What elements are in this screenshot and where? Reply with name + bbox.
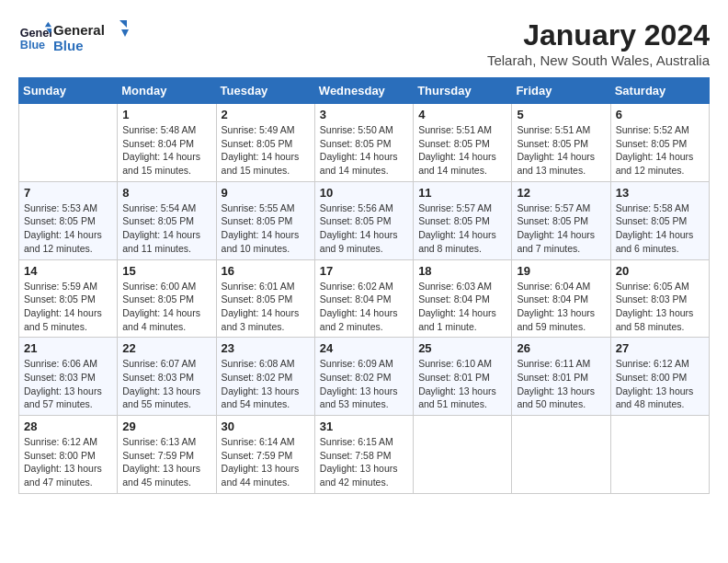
cell-date: 31 bbox=[320, 419, 408, 433]
calendar-cell: 28Sunrise: 6:12 AMSunset: 8:00 PMDayligh… bbox=[19, 416, 118, 494]
cell-date: 14 bbox=[24, 264, 112, 278]
svg-marker-2 bbox=[45, 22, 51, 27]
cell-info: Sunrise: 5:56 AMSunset: 8:05 PMDaylight:… bbox=[320, 201, 408, 256]
cell-date: 6 bbox=[616, 108, 704, 121]
calendar-cell: 22Sunrise: 6:07 AMSunset: 8:03 PMDayligh… bbox=[118, 338, 216, 416]
calendar-cell: 16Sunrise: 6:01 AMSunset: 8:05 PMDayligh… bbox=[216, 259, 314, 338]
calendar-cell: 2Sunrise: 5:49 AMSunset: 8:05 PMDaylight… bbox=[216, 104, 314, 182]
cell-info: Sunrise: 5:49 AMSunset: 8:05 PMDaylight:… bbox=[222, 123, 310, 178]
cell-info: Sunrise: 6:11 AMSunset: 8:01 PMDaylight:… bbox=[517, 357, 605, 411]
calendar-cell: 21Sunrise: 6:06 AMSunset: 8:03 PMDayligh… bbox=[19, 338, 118, 416]
calendar-cell: 15Sunrise: 6:00 AMSunset: 8:05 PMDayligh… bbox=[118, 259, 216, 338]
cell-info: Sunrise: 6:09 AMSunset: 8:02 PMDaylight:… bbox=[320, 357, 408, 411]
calendar-week-row: 14Sunrise: 5:59 AMSunset: 8:05 PMDayligh… bbox=[19, 259, 710, 338]
cell-info: Sunrise: 5:48 AMSunset: 8:04 PMDaylight:… bbox=[122, 123, 210, 178]
cell-date: 20 bbox=[616, 264, 704, 278]
cell-date: 1 bbox=[122, 108, 210, 121]
cell-date: 3 bbox=[320, 108, 408, 121]
day-header-friday: Friday bbox=[512, 78, 610, 104]
calendar-cell: 13Sunrise: 5:58 AMSunset: 8:05 PMDayligh… bbox=[610, 181, 709, 259]
cell-info: Sunrise: 5:51 AMSunset: 8:05 PMDaylight:… bbox=[418, 123, 506, 178]
day-header-monday: Monday bbox=[118, 78, 216, 104]
cell-date: 8 bbox=[122, 186, 210, 200]
cell-date: 9 bbox=[222, 186, 310, 200]
calendar-cell bbox=[414, 416, 512, 494]
day-header-tuesday: Tuesday bbox=[216, 78, 314, 104]
calendar-cell: 10Sunrise: 5:56 AMSunset: 8:05 PMDayligh… bbox=[314, 181, 413, 259]
cell-date: 17 bbox=[320, 264, 408, 278]
cell-info: Sunrise: 5:52 AMSunset: 8:05 PMDaylight:… bbox=[616, 123, 704, 178]
cell-info: Sunrise: 6:04 AMSunset: 8:04 PMDaylight:… bbox=[517, 280, 605, 334]
calendar-cell: 26Sunrise: 6:11 AMSunset: 8:01 PMDayligh… bbox=[512, 338, 610, 416]
cell-date: 21 bbox=[24, 341, 112, 355]
calendar-cell: 9Sunrise: 5:55 AMSunset: 8:05 PMDaylight… bbox=[216, 181, 314, 259]
cell-info: Sunrise: 6:00 AMSunset: 8:05 PMDaylight:… bbox=[122, 280, 210, 334]
cell-info: Sunrise: 6:12 AMSunset: 8:00 PMDaylight:… bbox=[24, 435, 112, 489]
calendar-week-row: 21Sunrise: 6:06 AMSunset: 8:03 PMDayligh… bbox=[19, 338, 710, 416]
calendar-cell bbox=[610, 416, 709, 494]
cell-date: 19 bbox=[517, 264, 605, 278]
calendar-cell: 25Sunrise: 6:10 AMSunset: 8:01 PMDayligh… bbox=[414, 338, 512, 416]
cell-info: Sunrise: 6:15 AMSunset: 7:58 PMDaylight:… bbox=[320, 435, 408, 489]
svg-marker-6 bbox=[119, 20, 127, 28]
calendar-week-row: 28Sunrise: 6:12 AMSunset: 8:00 PMDayligh… bbox=[19, 416, 710, 494]
calendar-cell: 20Sunrise: 6:05 AMSunset: 8:03 PMDayligh… bbox=[610, 259, 709, 338]
calendar-cell: 5Sunrise: 5:51 AMSunset: 8:05 PMDaylight… bbox=[512, 104, 610, 182]
cell-info: Sunrise: 5:51 AMSunset: 8:05 PMDaylight:… bbox=[517, 123, 605, 178]
page-header: General Blue General Blue January 2024 T… bbox=[18, 18, 710, 68]
cell-date: 30 bbox=[222, 419, 310, 433]
cell-info: Sunrise: 6:07 AMSunset: 8:03 PMDaylight:… bbox=[122, 357, 210, 411]
cell-date: 29 bbox=[122, 419, 210, 433]
cell-info: Sunrise: 5:55 AMSunset: 8:05 PMDaylight:… bbox=[222, 201, 310, 256]
calendar-cell: 4Sunrise: 5:51 AMSunset: 8:05 PMDaylight… bbox=[414, 104, 512, 182]
cell-date: 16 bbox=[222, 264, 310, 278]
cell-date: 10 bbox=[320, 186, 408, 200]
logo-svg: General Blue bbox=[53, 18, 136, 55]
calendar-table: SundayMondayTuesdayWednesdayThursdayFrid… bbox=[18, 77, 710, 494]
day-header-wednesday: Wednesday bbox=[314, 78, 413, 104]
calendar-cell: 18Sunrise: 6:03 AMSunset: 8:04 PMDayligh… bbox=[414, 259, 512, 338]
calendar-cell: 11Sunrise: 5:57 AMSunset: 8:05 PMDayligh… bbox=[414, 181, 512, 259]
calendar-cell: 30Sunrise: 6:14 AMSunset: 7:59 PMDayligh… bbox=[216, 416, 314, 494]
day-header-thursday: Thursday bbox=[414, 78, 512, 104]
calendar-cell: 3Sunrise: 5:50 AMSunset: 8:05 PMDaylight… bbox=[314, 104, 413, 182]
cell-info: Sunrise: 6:08 AMSunset: 8:02 PMDaylight:… bbox=[222, 357, 310, 411]
calendar-cell: 8Sunrise: 5:54 AMSunset: 8:05 PMDaylight… bbox=[118, 181, 216, 259]
cell-date: 2 bbox=[222, 108, 310, 121]
cell-info: Sunrise: 6:10 AMSunset: 8:01 PMDaylight:… bbox=[418, 357, 506, 411]
cell-date: 13 bbox=[616, 186, 704, 200]
day-header-sunday: Sunday bbox=[19, 78, 118, 104]
cell-date: 15 bbox=[122, 264, 210, 278]
location-title: Telarah, New South Wales, Australia bbox=[487, 52, 710, 68]
cell-date: 23 bbox=[222, 341, 310, 355]
svg-marker-7 bbox=[121, 29, 129, 37]
calendar-header-row: SundayMondayTuesdayWednesdayThursdayFrid… bbox=[19, 78, 710, 104]
cell-date: 5 bbox=[517, 108, 605, 121]
cell-date: 28 bbox=[24, 419, 112, 433]
cell-info: Sunrise: 5:53 AMSunset: 8:05 PMDaylight:… bbox=[24, 201, 112, 256]
cell-info: Sunrise: 5:57 AMSunset: 8:05 PMDaylight:… bbox=[517, 201, 605, 256]
cell-info: Sunrise: 6:14 AMSunset: 7:59 PMDaylight:… bbox=[222, 435, 310, 489]
cell-info: Sunrise: 5:59 AMSunset: 8:05 PMDaylight:… bbox=[24, 280, 112, 334]
cell-date: 22 bbox=[122, 341, 210, 355]
calendar-cell: 27Sunrise: 6:12 AMSunset: 8:00 PMDayligh… bbox=[610, 338, 709, 416]
calendar-cell: 23Sunrise: 6:08 AMSunset: 8:02 PMDayligh… bbox=[216, 338, 314, 416]
cell-date: 25 bbox=[418, 341, 506, 355]
cell-date: 7 bbox=[24, 186, 112, 200]
calendar-week-row: 7Sunrise: 5:53 AMSunset: 8:05 PMDaylight… bbox=[19, 181, 710, 259]
cell-date: 26 bbox=[517, 341, 605, 355]
logo: General Blue General Blue bbox=[18, 18, 136, 55]
calendar-cell: 31Sunrise: 6:15 AMSunset: 7:58 PMDayligh… bbox=[314, 416, 413, 494]
svg-text:Blue: Blue bbox=[20, 39, 45, 52]
cell-info: Sunrise: 5:50 AMSunset: 8:05 PMDaylight:… bbox=[320, 123, 408, 178]
cell-date: 12 bbox=[517, 186, 605, 200]
cell-info: Sunrise: 6:13 AMSunset: 7:59 PMDaylight:… bbox=[122, 435, 210, 489]
svg-text:General: General bbox=[53, 22, 105, 38]
calendar-cell: 14Sunrise: 5:59 AMSunset: 8:05 PMDayligh… bbox=[19, 259, 118, 338]
calendar-cell bbox=[512, 416, 610, 494]
cell-info: Sunrise: 6:12 AMSunset: 8:00 PMDaylight:… bbox=[616, 357, 704, 411]
cell-date: 18 bbox=[418, 264, 506, 278]
calendar-cell: 19Sunrise: 6:04 AMSunset: 8:04 PMDayligh… bbox=[512, 259, 610, 338]
calendar-cell: 24Sunrise: 6:09 AMSunset: 8:02 PMDayligh… bbox=[314, 338, 413, 416]
calendar-cell bbox=[19, 104, 118, 182]
